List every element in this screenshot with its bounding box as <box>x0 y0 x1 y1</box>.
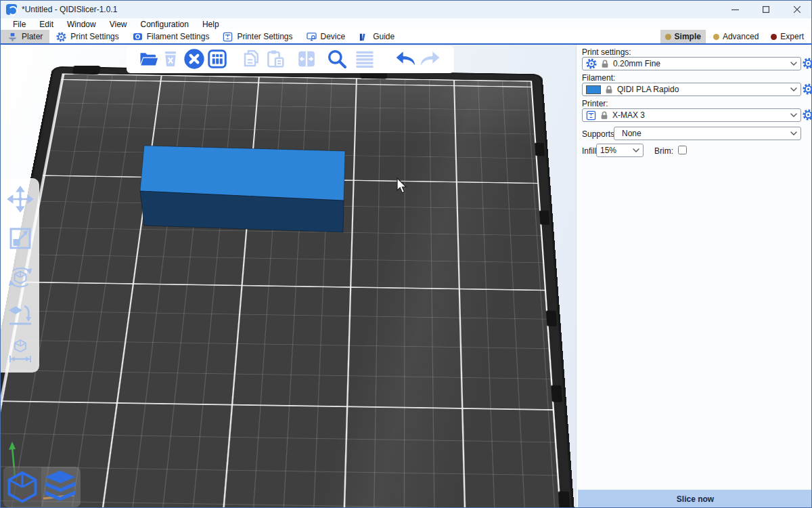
bed-notch <box>558 491 570 508</box>
tab-plater[interactable]: Plater <box>1 30 49 43</box>
3d-editor-view-icon[interactable] <box>3 467 41 507</box>
filament-label: Filament: <box>582 73 615 83</box>
filament-gear-button[interactable] <box>803 83 812 95</box>
copy-icon[interactable] <box>240 47 263 70</box>
bed-notch <box>546 310 557 326</box>
tab-filament-settings[interactable]: Filament Settings <box>126 30 217 43</box>
tab-device[interactable]: Device <box>300 30 353 43</box>
advanced-dot-icon <box>713 34 719 40</box>
tab-guide[interactable]: Guide <box>352 30 401 43</box>
chevron-down-icon <box>633 148 639 152</box>
printer-icon <box>223 32 233 42</box>
print-settings-gear-button[interactable] <box>803 58 812 69</box>
menu-bar: File Edit Window View Configuration Help <box>1 18 812 30</box>
slice-now-button[interactable]: Slice now <box>578 490 812 508</box>
brim-checkbox[interactable] <box>678 146 687 154</box>
app-logo-icon <box>6 4 17 15</box>
maximize-button[interactable] <box>750 1 782 18</box>
search-icon[interactable] <box>325 47 348 70</box>
title-bar: *Untitled - QIDISlicer-1.0.1 <box>1 1 812 18</box>
print-bed-surface <box>1 73 576 508</box>
chevron-down-icon <box>790 113 797 117</box>
menu-file[interactable]: File <box>6 18 32 30</box>
rotate-icon[interactable] <box>5 262 35 292</box>
measure-icon[interactable] <box>5 336 35 366</box>
printer-icon <box>586 110 596 121</box>
3d-viewport[interactable] <box>1 45 576 508</box>
print-settings-select[interactable]: 0.20mm Fine <box>582 57 801 70</box>
mode-switcher: Simple Advanced Expert <box>660 30 809 43</box>
arrange-icon[interactable] <box>206 47 229 70</box>
bed-notch <box>535 143 545 156</box>
lock-icon <box>600 59 610 69</box>
lock-icon <box>604 85 614 95</box>
supports-label: Supports: <box>582 129 616 139</box>
supports-select[interactable]: None <box>614 127 801 140</box>
expert-dot-icon <box>771 34 777 40</box>
chevron-down-icon <box>790 131 797 135</box>
simple-dot-icon <box>665 34 671 40</box>
view-toggle-panel <box>3 467 81 507</box>
open-icon[interactable] <box>137 47 160 70</box>
menu-view[interactable]: View <box>103 18 134 30</box>
chevron-down-icon <box>790 87 797 91</box>
mode-simple[interactable]: Simple <box>660 30 706 43</box>
filament-icon <box>133 32 143 42</box>
paste-icon[interactable] <box>264 47 287 70</box>
printer-label: Printer: <box>582 99 608 108</box>
redo-icon[interactable] <box>418 47 441 70</box>
chevron-down-icon <box>790 62 797 66</box>
gear-icon <box>56 32 66 42</box>
bed-clip <box>72 66 101 75</box>
print-settings-label: Print settings: <box>582 47 631 57</box>
filament-color-swatch <box>586 85 601 94</box>
close-button[interactable] <box>782 1 812 18</box>
bed-notch <box>539 211 549 225</box>
plater-icon <box>7 32 18 42</box>
menu-edit[interactable]: Edit <box>32 18 60 30</box>
mode-advanced[interactable]: Advanced <box>708 30 763 43</box>
variable-layer-height-icon[interactable] <box>353 47 376 70</box>
menu-configuration[interactable]: Configuration <box>134 18 196 30</box>
tab-print-settings[interactable]: Print Settings <box>49 30 125 43</box>
window-title: *Untitled - QIDISlicer-1.0.1 <box>22 5 117 14</box>
minimize-button[interactable] <box>719 1 750 18</box>
place-on-face-icon[interactable] <box>5 299 35 329</box>
menu-help[interactable]: Help <box>196 18 226 30</box>
delete-icon[interactable] <box>159 47 182 70</box>
print-bed <box>1 66 576 508</box>
delete-all-icon[interactable] <box>183 47 206 70</box>
undo-icon[interactable] <box>395 47 418 70</box>
guide-books-icon <box>359 32 369 42</box>
device-monitor-icon <box>307 32 317 42</box>
tab-printer-settings[interactable]: Printer Settings <box>216 30 299 43</box>
preview-layers-view-icon[interactable] <box>41 467 79 507</box>
printer-select[interactable]: X-MAX 3 <box>582 108 801 122</box>
brim-label: Brim: <box>654 146 673 156</box>
gear-icon <box>586 58 597 69</box>
settings-sidebar: Print settings: 0.20mm Fine Filament: QI… <box>576 45 812 508</box>
lock-icon <box>600 110 609 121</box>
split-view-icon[interactable] <box>295 47 318 70</box>
printer-gear-button[interactable] <box>803 109 812 121</box>
print-bed-scene <box>1 45 576 508</box>
qidislicer-window: *Untitled - QIDISlicer-1.0.1 File Edit W… <box>0 0 812 508</box>
bed-notch <box>551 385 562 402</box>
infill-select[interactable]: 15% <box>596 144 644 157</box>
scale-icon[interactable] <box>5 224 35 253</box>
filament-select[interactable]: QIDI PLA Rapido <box>582 83 801 96</box>
move-icon[interactable] <box>5 184 35 214</box>
menu-window[interactable]: Window <box>60 18 103 30</box>
mode-expert[interactable]: Expert <box>766 30 809 43</box>
